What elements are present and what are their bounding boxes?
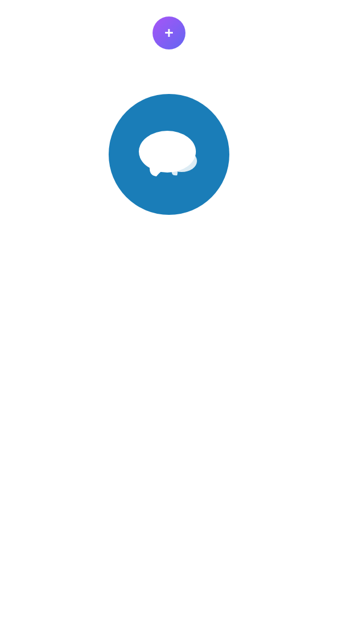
plus-icon: +	[153, 16, 185, 49]
svg-point-1	[166, 150, 197, 172]
chat-bubble-icon	[133, 127, 205, 182]
wpbakery-logo-circle	[109, 94, 229, 215]
page-title	[147, 63, 191, 79]
